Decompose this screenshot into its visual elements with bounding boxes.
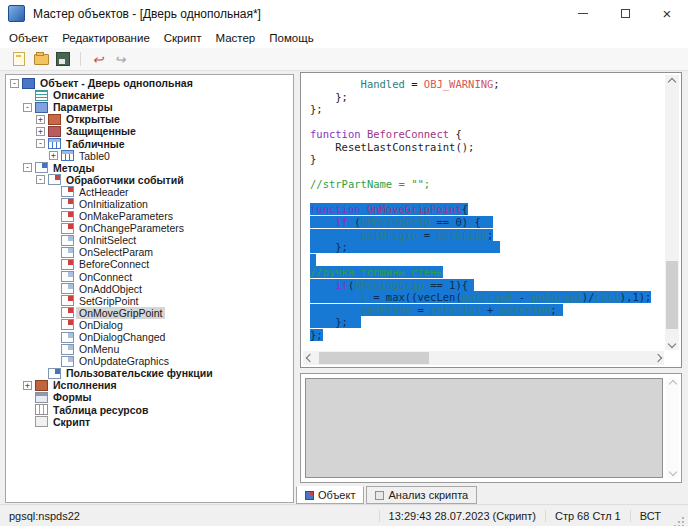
scroll-up-button[interactable] (665, 75, 679, 88)
tree-node-icon (61, 223, 74, 234)
tree-item-event-handlers[interactable]: Обработчики событий (6, 174, 293, 186)
tree-item-description[interactable]: Описание (6, 89, 293, 101)
menu-item-script[interactable]: Скрипт (157, 29, 209, 47)
tree-item-oninitselect[interactable]: OnInitSelect (6, 234, 293, 246)
resize-grip[interactable] (674, 509, 688, 523)
tree-item-onaddobject[interactable]: OnAddObject (6, 283, 293, 295)
menu-item-help[interactable]: Помощь (262, 29, 320, 47)
code-line[interactable] (310, 166, 664, 179)
expander-minus-icon[interactable] (36, 175, 45, 184)
tree-node-icon (48, 114, 61, 125)
tree-item-onmovegrippoint[interactable]: OnMoveGripPoint (6, 307, 293, 319)
tree-item-protected-params[interactable]: Защищенные (6, 125, 293, 137)
expander-minus-icon[interactable] (23, 163, 32, 172)
tree-item-methods[interactable]: Методы (6, 162, 293, 174)
tree-item-forms[interactable]: Формы (6, 391, 293, 403)
tree-item-beforeconnect[interactable]: BeforeConnect (6, 258, 293, 270)
minimize-button[interactable] (562, 0, 604, 27)
expander-plus-icon[interactable] (36, 115, 45, 124)
save-button[interactable] (52, 50, 74, 68)
tree-item-label: OnMakeParameters (76, 210, 176, 222)
chevron-down-icon (668, 339, 676, 347)
expander-plus-icon[interactable] (23, 381, 32, 390)
expander-minus-icon[interactable] (10, 79, 19, 88)
tree-item-table0[interactable]: Table0 (6, 150, 293, 162)
undo-button[interactable] (87, 50, 109, 68)
menu-item-master[interactable]: Мастер (208, 29, 262, 47)
tree-item-label: Защищенные (63, 125, 139, 137)
tree-item-executions[interactable]: Исполнения (6, 379, 293, 391)
code-line[interactable]: ResetLastConstraint(); (310, 141, 664, 154)
code-area[interactable]: Handled = OBJ_WARNING; };}; function Bef… (303, 75, 664, 350)
code-line[interactable]: Handled = OBJ_WARNING; (310, 78, 664, 91)
code-line[interactable]: vecPlane = pntGrip1 + pntGrip0; (310, 304, 664, 317)
horizontal-scroll-thumb[interactable] (319, 352, 429, 364)
expander-plus-icon[interactable] (36, 127, 45, 136)
menu-item-object[interactable]: Объект (2, 29, 55, 47)
tree-node-icon (35, 380, 48, 391)
code-line[interactable]: if(NMovingGrip == 1){ (310, 279, 664, 292)
close-button[interactable]: × (646, 0, 688, 27)
object-icon (305, 491, 314, 500)
editor-horizontal-scrollbar[interactable] (303, 351, 664, 365)
tree-item-tabular-params[interactable]: Табличные (6, 137, 293, 149)
code-line[interactable]: //ручка толщины стены (310, 266, 664, 279)
tree-item-onconnect[interactable]: OnConnect (6, 271, 293, 283)
maximize-button[interactable] (604, 0, 646, 27)
code-line[interactable]: }; (310, 241, 664, 254)
editor-vertical-scrollbar[interactable] (665, 75, 679, 350)
object-tree[interactable]: Объект - Дверь однопольнаяОписаниеПараме… (5, 74, 294, 503)
code-line[interactable]: } (310, 153, 664, 166)
tree-item-label: Описание (50, 89, 107, 101)
analysis-scrollbar[interactable] (666, 378, 679, 478)
tree-item-onselectparam[interactable]: OnSelectParam (6, 246, 293, 258)
code-line[interactable]: function OnMoveGripPoint{ (310, 203, 664, 216)
tree-item-ondialogchanged[interactable]: OnDialogChanged (6, 331, 293, 343)
tree-node-icon (61, 198, 74, 209)
tree-item-open-params[interactable]: Открытые (6, 113, 293, 125)
tree-item-onmakeparameters[interactable]: OnMakeParameters (6, 210, 293, 222)
scroll-right-button[interactable] (651, 351, 664, 365)
code-line[interactable]: function BeforeConnect { (310, 128, 664, 141)
code-line[interactable]: if (NMovingGrip == 0) { (310, 216, 664, 229)
tree-item-object-root[interactable]: Объект - Дверь однопольная (6, 77, 293, 89)
code-line[interactable]: t = max((vecLen(pntGrip0 - pntGrip1)/rSc… (310, 291, 664, 304)
code-line[interactable]: //strPartName = ""; (310, 178, 664, 191)
scroll-down-button[interactable] (665, 337, 679, 350)
tree-item-onupdategraphics[interactable]: OnUpdateGraphics (6, 355, 293, 367)
tab-script-analysis[interactable]: Анализ скрипта (366, 486, 477, 504)
expander-minus-icon[interactable] (23, 103, 32, 112)
title-bar: Мастер объектов - [Дверь однопольная*] × (0, 0, 688, 27)
expander-minus-icon[interactable] (36, 139, 45, 148)
tree-item-onmenu[interactable]: OnMenu (6, 343, 293, 355)
menu-item-editing[interactable]: Редактирование (55, 29, 157, 47)
tree-item-ondialog[interactable]: OnDialog (6, 319, 293, 331)
code-line[interactable] (310, 254, 664, 267)
code-line[interactable]: }; (310, 329, 664, 342)
tab-object[interactable]: Объект (296, 486, 364, 504)
tree-item-label: Открытые (63, 113, 123, 125)
code-line[interactable]: }; (310, 316, 664, 329)
code-line[interactable] (310, 116, 664, 129)
tree-item-resource-table[interactable]: Таблица ресурсов (6, 404, 293, 416)
selected-text: if(NMovingGrip == 1){ (310, 279, 474, 291)
code-line[interactable] (310, 191, 664, 204)
scroll-left-button[interactable] (303, 351, 316, 365)
tree-item-onchangeparameters[interactable]: OnChangeParameters (6, 222, 293, 234)
tree-item-actheader[interactable]: ActHeader (6, 186, 293, 198)
vertical-scroll-thumb[interactable] (666, 261, 678, 329)
tree-item-parameters[interactable]: Параметры (6, 101, 293, 113)
code-line[interactable]: }; (310, 91, 664, 104)
new-button[interactable] (8, 50, 30, 68)
tree-node-icon (61, 283, 74, 294)
open-button[interactable] (30, 50, 52, 68)
redo-button[interactable] (109, 50, 131, 68)
code-line[interactable]: pntOrigin = pntGrip0; (310, 229, 664, 242)
tree-item-setgrippoint[interactable]: SetGripPoint (6, 295, 293, 307)
code-editor[interactable]: Handled = OBJ_WARNING; };}; function Bef… (300, 72, 682, 368)
tree-item-oninitialization[interactable]: OnInitialization (6, 198, 293, 210)
expander-plus-icon[interactable] (49, 151, 58, 160)
code-line[interactable]: }; (310, 103, 664, 116)
tree-item-user-functions[interactable]: Пользовательские функции (6, 367, 293, 379)
tree-item-script-node[interactable]: Скрипт (6, 416, 293, 428)
